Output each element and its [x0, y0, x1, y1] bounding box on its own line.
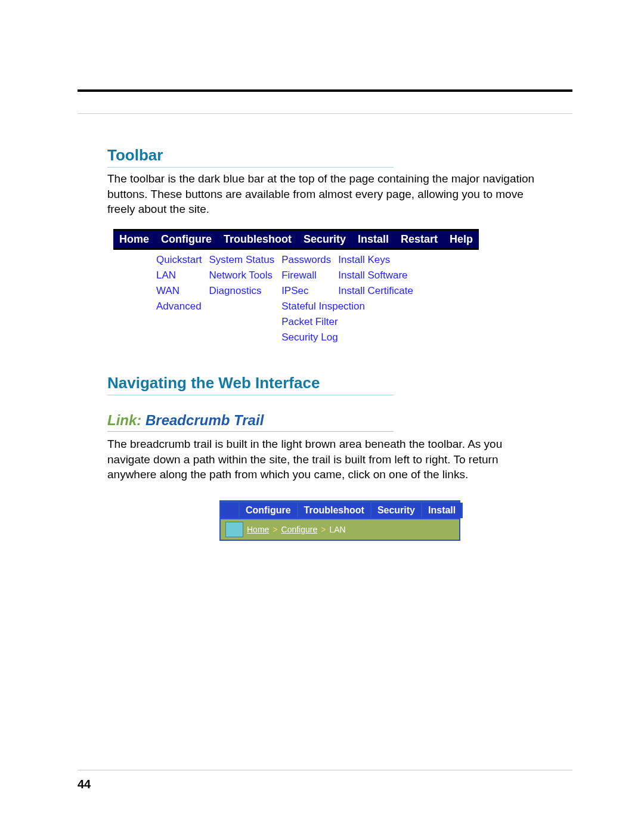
crumb-tab-security[interactable]: Security [371, 503, 422, 518]
security-security-log[interactable]: Security Log [281, 330, 420, 345]
crumb-link-home[interactable]: Home [247, 525, 269, 534]
nav-install[interactable]: Install [352, 230, 395, 249]
crumb-tab-troubleshoot[interactable]: Troubleshoot [298, 503, 371, 518]
security-firewall[interactable]: Firewall [281, 268, 338, 283]
configure-lan[interactable]: LAN [156, 268, 209, 283]
crumb-tab-configure[interactable]: Configure [239, 503, 298, 518]
toolbar-header-row: Home Configure Troubleshoot Security Ins… [113, 229, 479, 250]
security-ipsec[interactable]: IPSec [281, 283, 338, 299]
navigating-heading: Navigating the Web Interface [107, 374, 394, 395]
breadcrumb-tabs: Configure Troubleshoot Security Install [221, 501, 459, 519]
content-area: Toolbar The toolbar is the dark blue bar… [107, 146, 572, 541]
breadcrumb-leftcap-icon [225, 522, 243, 537]
nav-configure[interactable]: Configure [155, 230, 218, 249]
troubleshoot-diagnostics[interactable]: Diagnostics [209, 283, 282, 299]
troubleshoot-network-tools[interactable]: Network Tools [209, 268, 282, 283]
security-packet-filter[interactable]: Packet Filter [281, 314, 420, 330]
top-rule [78, 89, 572, 92]
link-title: Breadcrumb Trail [145, 412, 264, 428]
toolbar-paragraph: The toolbar is the dark blue bar at the … [107, 171, 537, 217]
configure-advanced[interactable]: Advanced [156, 299, 209, 314]
nav-security[interactable]: Security [298, 230, 352, 249]
install-keys[interactable]: Install Keys [338, 252, 420, 268]
nav-restart[interactable]: Restart [395, 230, 444, 249]
link-prefix: Link: [107, 412, 141, 428]
footer-rule [78, 770, 572, 770]
toolbar-submenu-grid: Quickstart System Status Passwords Insta… [113, 252, 420, 345]
nav-help[interactable]: Help [444, 230, 479, 249]
crumb-current: LAN [329, 525, 345, 534]
crumb-tab-install[interactable]: Install [422, 503, 463, 518]
install-software[interactable]: Install Software [338, 268, 420, 283]
page: Toolbar The toolbar is the dark blue bar… [0, 0, 644, 833]
header-faint-rule [78, 113, 572, 114]
configure-quickstart[interactable]: Quickstart [156, 252, 209, 268]
security-stateful-inspection[interactable]: Stateful Inspection [281, 299, 420, 314]
breadcrumb-link-heading: Link: Breadcrumb Trail [107, 412, 394, 432]
crumb-sep-2: > [321, 525, 326, 534]
install-certificate[interactable]: Install Certificate [338, 283, 420, 299]
nav-troubleshoot[interactable]: Troubleshoot [218, 230, 298, 249]
crumb-sep-1: > [273, 525, 277, 534]
configure-wan[interactable]: WAN [156, 283, 209, 299]
toolbar-figure: Home Configure Troubleshoot Security Ins… [113, 229, 572, 345]
toolbar-heading: Toolbar [107, 146, 394, 168]
breadcrumb-paragraph: The breadcrumb trail is built in the lig… [107, 436, 537, 482]
crumb-link-configure[interactable]: Configure [281, 525, 318, 534]
troubleshoot-system-status[interactable]: System Status [209, 252, 282, 268]
security-passwords[interactable]: Passwords [281, 252, 338, 268]
page-number: 44 [78, 778, 91, 791]
nav-home[interactable]: Home [113, 230, 155, 249]
breadcrumb-trail-bar: Home > Configure > LAN [221, 519, 459, 540]
breadcrumb-figure: Configure Troubleshoot Security Install … [219, 500, 460, 541]
